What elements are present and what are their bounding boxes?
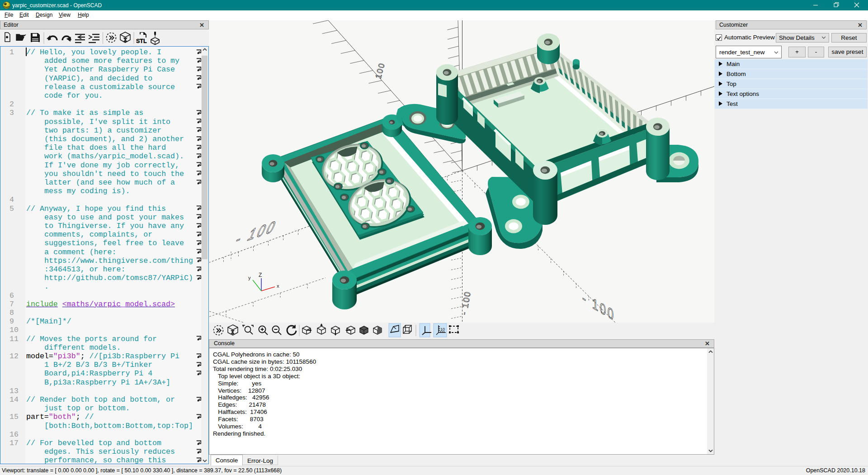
svg-text:10: 10 [440, 327, 445, 332]
svg-text:STL: STL [136, 38, 147, 44]
svg-text:y: y [248, 275, 251, 280]
svg-text:x: x [277, 283, 279, 289]
svg-text:Z: Z [259, 272, 262, 278]
